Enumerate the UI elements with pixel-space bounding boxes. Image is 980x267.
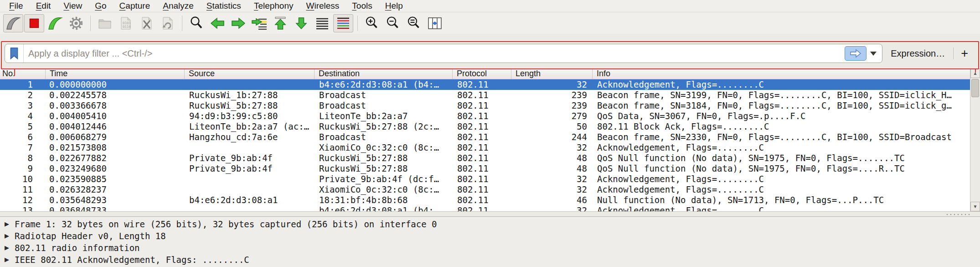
resize-columns-button[interactable] (425, 14, 445, 32)
menu-item-capture[interactable]: Capture (113, 0, 157, 11)
vertical-scrollbar[interactable]: ▲ ▼ (970, 68, 980, 211)
display-filter-field[interactable] (5, 44, 882, 63)
cell-time: 0.004012446 (46, 121, 185, 132)
scroll-down-arrow-icon[interactable]: ▼ (970, 202, 980, 211)
menu-item-statistics[interactable]: Statistics (200, 0, 248, 11)
menu-item-file[interactable]: File (3, 0, 30, 11)
column-header-source[interactable]: Source (185, 68, 315, 79)
packet-row-3[interactable]: 3 0.003366678 RuckusWi_5b:27:88 Broadcas… (0, 100, 970, 111)
cell-time: 0.002245578 (46, 90, 185, 100)
cell-no: 6 (0, 132, 46, 142)
go-forward-button[interactable] (228, 14, 248, 32)
cell-destination: RuckusWi_5b:27:88 (315, 163, 453, 174)
detail-tree-row[interactable]: ▶ 802.11 radio information (0, 242, 980, 254)
menu-item-help[interactable]: Help (379, 0, 409, 11)
filter-bookmark-button[interactable] (5, 44, 24, 63)
column-header-info[interactable]: Info (593, 68, 970, 79)
packet-row-11[interactable]: 11 0.026328237 XiaomiCo_0c:32:c0 (8c:… 8… (0, 184, 970, 195)
cell-no: 4 (0, 111, 46, 121)
cell-length: 244 (511, 132, 593, 142)
stop-capture-button[interactable] (24, 14, 44, 32)
cell-protocol: 802.11 (453, 153, 511, 163)
packet-row-8[interactable]: 8 0.022677882 Private_9b:ab:4f RuckusWi_… (0, 153, 970, 163)
menu-item-wireless[interactable]: Wireless (300, 0, 346, 11)
go-to-packet-button[interactable] (249, 14, 269, 32)
cell-length: 46 (511, 195, 593, 205)
pane-splitter[interactable] (0, 211, 980, 217)
cell-protocol: 802.11 (453, 195, 511, 205)
cell-time: 0.004005410 (46, 111, 185, 121)
cell-time: 0.023249680 (46, 163, 185, 174)
cell-destination: b4:e6:2d:d3:08:a1 (b4:… (315, 205, 453, 211)
packet-row-5[interactable]: 5 0.004012446 LiteonTe_bb:2a:a7 (ac:… Ru… (0, 121, 970, 132)
column-header-no[interactable]: No. (0, 68, 46, 79)
magnifier-icon (188, 15, 205, 31)
cell-source (185, 205, 315, 211)
column-header-row: No. Time Source Destination Protocol Len… (0, 68, 970, 79)
packet-row-9[interactable]: 9 0.023249680 Private_9b:ab:4f RuckusWi_… (0, 163, 970, 174)
cell-length: 32 (511, 142, 593, 153)
reload-file-button (158, 14, 178, 32)
cell-no: 2 (0, 90, 46, 100)
scroll-up-arrow-icon[interactable]: ▲ (970, 68, 980, 78)
display-filter-input[interactable] (24, 48, 845, 59)
cell-length: 239 (511, 90, 593, 100)
start-capture-button[interactable] (3, 14, 23, 32)
packet-row-2[interactable]: 2 0.002245578 RuckusWi_1b:27:88 Broadcas… (0, 90, 970, 100)
add-filter-button[interactable]: + (954, 47, 975, 60)
zoom-out-button[interactable] (383, 14, 403, 32)
wireshark-window: FileEditViewGoCaptureAnalyzeStatisticsTe… (0, 0, 980, 267)
cell-destination: RuckusWi_5b:27:88 (315, 153, 453, 163)
packet-row-4[interactable]: 4 0.004005410 94:d9:b3:99:c5:80 LiteonTe… (0, 111, 970, 121)
cell-destination: Broadcast (315, 90, 453, 100)
scrollbar-thumb[interactable] (971, 79, 979, 97)
cell-source: RuckusWi_5b:27:88 (185, 100, 315, 111)
menu-item-edit[interactable]: Edit (30, 0, 57, 11)
shark-fin-green-icon (47, 15, 63, 31)
arrow-bottom-green-icon (293, 15, 309, 31)
menu-item-tools[interactable]: Tools (346, 0, 378, 11)
detail-tree-row[interactable]: ▶ IEEE 802.11 Acknowledgement, Flags: ..… (0, 254, 980, 266)
zoom-in-button[interactable] (362, 14, 382, 32)
zoom-in-icon (364, 15, 380, 31)
cell-info: Acknowledgement, Flags=........C (593, 205, 970, 211)
packet-row-12[interactable]: 12 0.035648293 b4:e6:2d:d3:08:a1 18:31:b… (0, 195, 970, 205)
packet-detail-pane: ▶ Frame 1: 32 bytes on wire (256 bits), … (0, 217, 980, 267)
cell-length: 32 (511, 205, 593, 211)
filter-toolbar: Expression… + (0, 40, 980, 67)
expression-button[interactable]: Expression… (882, 48, 953, 59)
filter-history-caret[interactable] (870, 52, 877, 56)
restart-capture-button[interactable] (45, 14, 65, 32)
go-to-bottom-button[interactable] (291, 14, 311, 32)
column-header-length[interactable]: Length (511, 68, 593, 79)
auto-scroll-button[interactable] (312, 14, 332, 32)
column-header-time[interactable]: Time (46, 68, 185, 79)
menu-item-go[interactable]: Go (88, 0, 113, 11)
detail-tree-row[interactable]: ▶ Frame 1: 32 bytes on wire (256 bits), … (0, 218, 980, 230)
cell-time: 0.023590885 (46, 174, 185, 184)
apply-filter-button[interactable] (845, 46, 867, 61)
packet-row-10[interactable]: 10 0.023590885 Private_9b:ab:4f (dc:f… 8… (0, 174, 970, 184)
zoom-100-button[interactable] (404, 14, 424, 32)
colorize-packets-button[interactable] (333, 14, 353, 32)
cell-destination: Broadcast (315, 132, 453, 142)
cell-source (185, 142, 315, 153)
toolbar-separator (182, 16, 182, 31)
go-back-button[interactable] (207, 14, 227, 32)
menu-item-analyze[interactable]: Analyze (156, 0, 200, 11)
cell-time: 0.022677882 (46, 153, 185, 163)
menu-item-telephony[interactable]: Telephony (248, 0, 300, 11)
detail-tree-row[interactable]: ▶ Radiotap Header v0, Length 18 (0, 230, 980, 242)
capture-options-button[interactable] (66, 14, 86, 32)
close-file-button (137, 14, 157, 32)
packet-row-7[interactable]: 7 0.021573808 XiaomiCo_0c:32:c0 (8c:… 80… (0, 142, 970, 153)
go-to-top-button[interactable] (270, 14, 290, 32)
column-header-destination[interactable]: Destination (315, 68, 453, 79)
packet-row-1[interactable]: 1 0.000000000 b4:e6:2d:d3:08:a1 (b4:… 80… (0, 79, 970, 90)
packet-row-6[interactable]: 6 0.006068279 Hangzhou_cd:7a:6e Broadcas… (0, 132, 970, 142)
find-packet-button[interactable] (186, 14, 206, 32)
column-header-protocol[interactable]: Protocol (453, 68, 511, 79)
menu-item-view[interactable]: View (57, 0, 88, 11)
packet-row-13[interactable]: 13 0.036848733 b4:e6:2d:d3:08:a1 (b4:… 8… (0, 205, 970, 211)
arrow-left-green-icon (209, 15, 226, 31)
